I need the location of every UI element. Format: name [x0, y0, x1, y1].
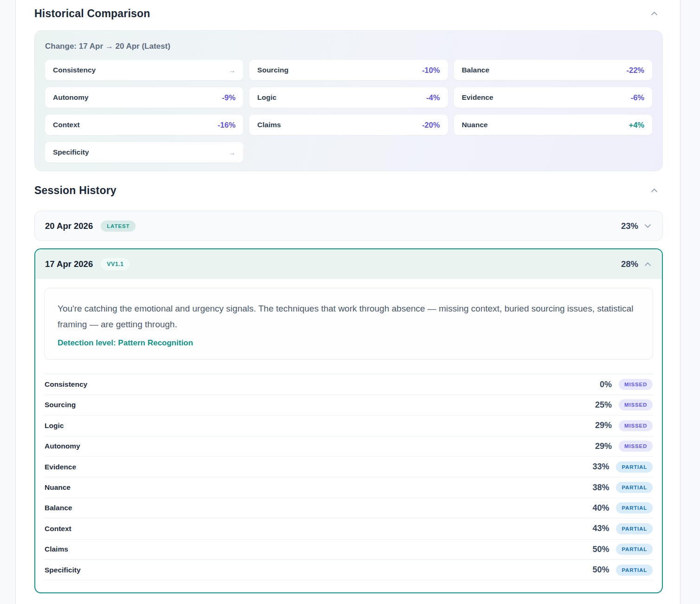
session-date: 17 Apr 2026 — [45, 259, 93, 269]
session-history-header: Session History — [34, 184, 663, 197]
missed-badge: MISSED — [619, 379, 653, 390]
change-value: -22% — [626, 66, 644, 75]
change-card-nuance: Nuance +4% — [454, 115, 652, 135]
session-row-left: 20 Apr 2026 LATEST — [45, 221, 136, 232]
session-card-17-apr-2026: 17 Apr 2026 VV1.1 28% You're catching th… — [34, 248, 663, 593]
partial-badge: PARTIAL — [616, 544, 653, 555]
metric-value: 50% — [586, 545, 609, 554]
metric-value: 0% — [589, 380, 612, 390]
change-card-claims: Claims -20% — [249, 115, 447, 135]
metric-row-autonomy: Autonomy 29% MISSED — [44, 436, 653, 457]
change-value: -4% — [426, 93, 440, 102]
metric-value: 38% — [586, 483, 609, 493]
metric-label: Claims — [45, 545, 68, 553]
historical-collapse-button[interactable] — [648, 8, 660, 20]
metric-row-evidence: Evidence 33% PARTIAL — [44, 457, 653, 477]
metric-label: Specificity — [45, 566, 81, 574]
metric-label: Consistency — [53, 66, 96, 74]
historical-comparison-header: Historical Comparison — [34, 7, 663, 20]
session-score: 23% — [621, 221, 638, 231]
metric-value: 33% — [586, 462, 609, 472]
version-badge: VV1.1 — [101, 258, 130, 270]
metric-label: Consistency — [45, 380, 87, 389]
session-history-title: Session History — [34, 184, 117, 197]
change-value: +4% — [629, 121, 644, 130]
no-change-arrow-icon: → — [228, 149, 235, 156]
session-row-20-apr-2026[interactable]: 20 Apr 2026 LATEST 23% — [34, 211, 663, 241]
metric-value: 29% — [589, 442, 612, 451]
metric-row-specificity: Specificity 50% PARTIAL — [44, 560, 653, 580]
session-row-right: 23% — [621, 221, 652, 231]
change-cards-grid: Consistency → Sourcing -10% Balance -22%… — [45, 60, 652, 162]
chevron-up-icon — [650, 186, 659, 195]
metric-label: Balance — [45, 504, 72, 512]
feedback-text: You're catching the emotional and urgenc… — [58, 301, 640, 332]
metric-label: Sourcing — [45, 401, 76, 409]
change-card-balance: Balance -22% — [454, 60, 652, 80]
metric-value: 40% — [586, 503, 609, 513]
metric-row-balance: Balance 40% PARTIAL — [44, 498, 653, 519]
metric-label: Evidence — [462, 93, 493, 102]
metric-label: Autonomy — [53, 93, 89, 102]
metric-row-nuance: Nuance 38% PARTIAL — [44, 477, 653, 498]
metric-label: Logic — [45, 422, 64, 430]
metric-label: Claims — [257, 121, 281, 129]
missed-badge: MISSED — [619, 420, 653, 431]
change-card-context: Context -16% — [45, 115, 243, 135]
historical-comparison-title: Historical Comparison — [34, 7, 150, 20]
metric-label: Context — [53, 121, 80, 129]
metric-value: 29% — [589, 421, 612, 430]
session-card-header-right: 28% — [621, 259, 652, 269]
session-card-body: You're catching the emotional and urgenc… — [35, 279, 662, 592]
chevron-up-icon[interactable] — [643, 260, 652, 269]
change-value: -6% — [631, 93, 644, 102]
no-change-arrow-icon: → — [228, 66, 235, 74]
session-date: 20 Apr 2026 — [45, 221, 93, 231]
partial-badge: PARTIAL — [616, 461, 653, 473]
metric-value: 43% — [586, 524, 609, 533]
change-value: -9% — [222, 93, 235, 102]
metric-row-consistency: Consistency 0% MISSED — [44, 374, 653, 395]
session-card-header[interactable]: 17 Apr 2026 VV1.1 28% — [35, 249, 662, 279]
change-range-label: Change: 17 Apr → 20 Apr (Latest) — [45, 42, 652, 51]
missed-badge: MISSED — [619, 399, 653, 410]
session-history-collapse-button[interactable] — [648, 185, 660, 197]
left-gutter — [0, 0, 16, 604]
metric-row-sourcing: Sourcing 25% MISSED — [44, 395, 653, 416]
detection-level-label: Detection level: Pattern Recognition — [58, 338, 640, 348]
change-value: -20% — [422, 121, 440, 130]
metric-label: Logic — [257, 93, 276, 102]
partial-badge: PARTIAL — [616, 523, 653, 534]
latest-badge: LATEST — [101, 221, 136, 232]
metric-label: Sourcing — [257, 66, 288, 74]
session-score: 28% — [621, 259, 638, 269]
metric-value: 50% — [586, 565, 609, 575]
metric-row-context: Context 43% PARTIAL — [44, 519, 653, 539]
metric-row-logic: Logic 29% MISSED — [44, 416, 653, 436]
feedback-box: You're catching the emotional and urgenc… — [44, 288, 653, 360]
metric-label: Nuance — [462, 121, 488, 129]
partial-badge: PARTIAL — [616, 502, 653, 513]
session-card-header-left: 17 Apr 2026 VV1.1 — [45, 258, 130, 270]
change-panel: Change: 17 Apr → 20 Apr (Latest) Consist… — [34, 30, 663, 171]
change-card-autonomy: Autonomy -9% — [45, 87, 243, 108]
change-card-evidence: Evidence -6% — [454, 87, 652, 108]
metric-label: Context — [45, 525, 71, 533]
metric-label: Evidence — [45, 463, 76, 471]
metric-label: Autonomy — [45, 442, 80, 450]
partial-badge: PARTIAL — [616, 565, 653, 576]
main-panel: Historical Comparison Change: 17 Apr → 2… — [16, 0, 681, 604]
change-card-consistency: Consistency → — [45, 60, 243, 80]
missed-badge: MISSED — [619, 441, 653, 452]
metric-label: Balance — [462, 66, 489, 74]
change-card-sourcing: Sourcing -10% — [249, 60, 447, 80]
right-gutter — [681, 0, 700, 604]
metric-row-claims: Claims 50% PARTIAL — [44, 539, 653, 560]
partial-badge: PARTIAL — [616, 482, 653, 493]
chevron-down-icon[interactable] — [643, 221, 652, 230]
metric-label: Nuance — [45, 483, 71, 492]
change-value: -10% — [422, 66, 440, 75]
metric-value: 25% — [589, 400, 612, 410]
metric-label: Specificity — [53, 148, 89, 156]
change-card-logic: Logic -4% — [249, 87, 447, 108]
